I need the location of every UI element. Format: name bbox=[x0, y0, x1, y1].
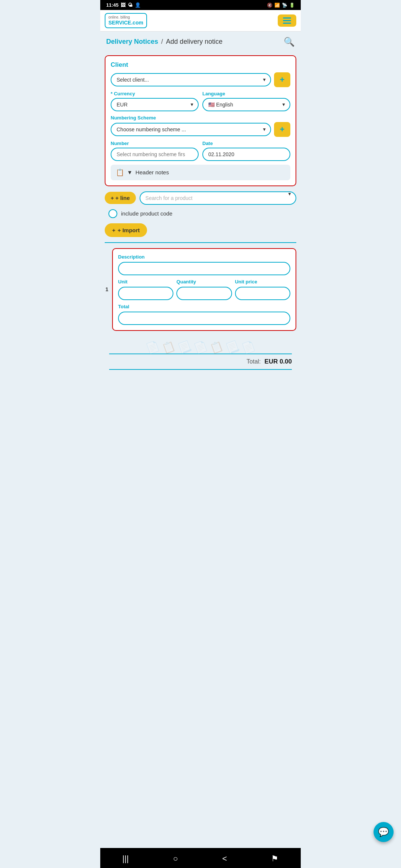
number-input[interactable] bbox=[111, 148, 199, 161]
wifi-icon: 📶 bbox=[274, 3, 280, 8]
currency-select-wrapper: EUR ▼ bbox=[111, 98, 199, 111]
add-line-button[interactable]: + + line bbox=[105, 192, 136, 204]
time-display: 11:45 bbox=[106, 2, 118, 8]
watermark: 📄 📋 📃 📄 📋 📃 📄 bbox=[109, 341, 292, 354]
import-button[interactable]: + + Import bbox=[105, 223, 147, 237]
line-item-card: Description Unit Quantity Unit price Tot… bbox=[112, 248, 296, 331]
header-notes-label: Header notes bbox=[136, 169, 169, 175]
client-card: Client Select client... ▼ + * Currency E… bbox=[105, 55, 296, 186]
nav-spacer bbox=[105, 376, 296, 402]
add-scheme-button[interactable]: + bbox=[274, 122, 290, 137]
total-row: Total: EUR 0.00 bbox=[109, 354, 292, 370]
select-client-row: Select client... ▼ + bbox=[111, 72, 290, 87]
description-input[interactable] bbox=[118, 262, 290, 275]
product-search-dropdown[interactable]: Search for a product bbox=[140, 191, 296, 205]
search-button[interactable]: 🔍 bbox=[284, 37, 295, 47]
select-client-dropdown[interactable]: Select client... bbox=[111, 73, 271, 86]
signal-icon: 📡 bbox=[282, 3, 287, 8]
breadcrumb-text: Delivery Notices / Add delivery notice bbox=[106, 38, 222, 46]
quantity-input[interactable] bbox=[176, 287, 232, 300]
wm-icon-2: 📋 bbox=[160, 339, 177, 355]
unit-price-input[interactable] bbox=[235, 287, 290, 300]
header-notes-chevron: ▼ bbox=[127, 169, 133, 175]
wm-icon-1: 📄 bbox=[144, 339, 161, 355]
menu-line1 bbox=[283, 17, 291, 19]
add-client-button[interactable]: + bbox=[274, 72, 290, 87]
unit-price-label: Unit price bbox=[235, 279, 290, 285]
include-product-code-row: include product code bbox=[105, 209, 296, 218]
quantity-group: Quantity bbox=[176, 279, 232, 300]
breadcrumb-separator: / bbox=[161, 38, 163, 46]
status-time: 11:45 🖼 🌤 👤 bbox=[106, 2, 141, 8]
content-divider bbox=[105, 242, 296, 243]
nav-recents-button[interactable]: ||| bbox=[115, 852, 136, 865]
number-label: Number bbox=[111, 141, 199, 146]
logo-line1: online. billing bbox=[108, 15, 143, 20]
wm-icon-6: 📃 bbox=[224, 339, 241, 355]
add-line-plus: + bbox=[111, 195, 114, 201]
date-group: Date bbox=[202, 141, 290, 161]
add-line-label: + line bbox=[115, 195, 130, 201]
total-label: Total bbox=[118, 304, 290, 309]
numbering-scheme-dropdown[interactable]: Choose numbering scheme ... bbox=[111, 123, 271, 136]
select-client-wrapper: Select client... ▼ bbox=[111, 73, 271, 86]
unit-label: Unit bbox=[118, 279, 173, 285]
number-group: Number bbox=[111, 141, 199, 161]
breadcrumb: Delivery Notices / Add delivery notice 🔍 bbox=[100, 32, 301, 52]
unit-group: Unit bbox=[118, 279, 173, 300]
client-card-title: Client bbox=[111, 61, 290, 69]
breadcrumb-delivery-notices[interactable]: Delivery Notices bbox=[106, 38, 158, 46]
include-product-code-label: include product code bbox=[121, 210, 172, 217]
footer-total-label: Total: bbox=[247, 358, 261, 365]
menu-line3 bbox=[283, 23, 291, 24]
language-select-wrapper: 🇺🇸 English ▼ bbox=[202, 98, 290, 111]
nav-back-button[interactable]: < bbox=[215, 852, 234, 865]
nav-profile-button[interactable]: ⚑ bbox=[264, 852, 286, 865]
total-input[interactable] bbox=[118, 312, 290, 325]
header-notes-section[interactable]: 📋 ▼ Header notes bbox=[111, 165, 290, 180]
status-icons: 🔇 📶 📡 🔋 bbox=[267, 3, 295, 8]
import-plus-icon: + bbox=[112, 227, 115, 233]
description-label: Description bbox=[118, 254, 290, 260]
unit-input[interactable] bbox=[118, 287, 173, 300]
nav-home-button[interactable]: ○ bbox=[166, 852, 185, 865]
person-icon: 👤 bbox=[135, 2, 141, 8]
import-label: + Import bbox=[118, 227, 140, 233]
wm-icon-5: 📋 bbox=[208, 339, 225, 355]
language-dropdown[interactable]: 🇺🇸 English bbox=[202, 98, 290, 111]
unit-price-group: Unit price bbox=[235, 279, 290, 300]
date-input[interactable] bbox=[202, 148, 290, 161]
date-label: Date bbox=[202, 141, 290, 146]
main-content: Client Select client... ▼ + * Currency E… bbox=[100, 52, 301, 405]
currency-dropdown[interactable]: EUR bbox=[111, 98, 199, 111]
currency-group: * Currency EUR ▼ bbox=[111, 91, 199, 111]
product-search-wrapper: Search for a product ▼ bbox=[140, 191, 296, 205]
include-product-code-radio[interactable] bbox=[108, 209, 117, 218]
breadcrumb-add-notice: Add delivery notice bbox=[166, 38, 222, 46]
currency-language-row: * Currency EUR ▼ Language 🇺🇸 English ▼ bbox=[111, 91, 290, 111]
weather-icon: 🌤 bbox=[128, 2, 133, 8]
line-number: 1 bbox=[105, 286, 108, 292]
logo-line2: SERVICE.com bbox=[108, 20, 143, 26]
top-bar: online. billing SERVICE.com bbox=[100, 10, 301, 32]
currency-label: * Currency bbox=[111, 91, 199, 96]
camera-icon: 🖼 bbox=[121, 2, 125, 8]
numbering-scheme-wrapper: Choose numbering scheme ... ▼ bbox=[111, 123, 271, 136]
footer-total-value: EUR 0.00 bbox=[264, 358, 292, 365]
unit-qty-price-row: Unit Quantity Unit price bbox=[118, 279, 290, 300]
number-date-row: Number Date bbox=[111, 141, 290, 161]
status-bar: 11:45 🖼 🌤 👤 🔇 📶 📡 🔋 bbox=[100, 0, 301, 10]
language-group: Language 🇺🇸 English ▼ bbox=[202, 91, 290, 111]
wm-icon-3: 📃 bbox=[176, 339, 193, 355]
numbering-scheme-label: Numbering Scheme bbox=[111, 115, 290, 121]
nav-home-icon: ○ bbox=[173, 854, 178, 863]
nav-recents-icon: ||| bbox=[123, 854, 129, 863]
numbering-scheme-row: Choose numbering scheme ... ▼ + bbox=[111, 122, 290, 137]
line-item-container: 1 Description Unit Quantity Unit price T… bbox=[112, 248, 296, 331]
nav-bar: ||| ○ < ⚑ bbox=[100, 848, 301, 868]
language-label: Language bbox=[202, 91, 290, 96]
menu-button[interactable] bbox=[278, 14, 296, 27]
add-line-row: + + line Search for a product ▼ bbox=[105, 191, 296, 205]
nav-back-icon: < bbox=[222, 854, 227, 863]
menu-line2 bbox=[283, 20, 291, 21]
